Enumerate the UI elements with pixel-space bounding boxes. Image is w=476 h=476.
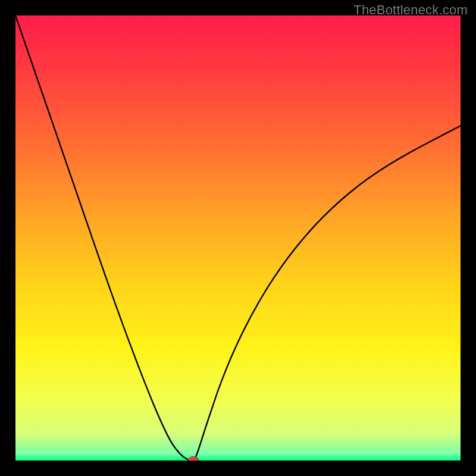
gradient-background — [15, 15, 461, 461]
plot-area — [15, 15, 461, 461]
watermark-text: TheBottleneck.com — [353, 2, 468, 18]
bottleneck-chart — [15, 15, 461, 461]
chart-frame: TheBottleneck.com — [0, 0, 476, 476]
